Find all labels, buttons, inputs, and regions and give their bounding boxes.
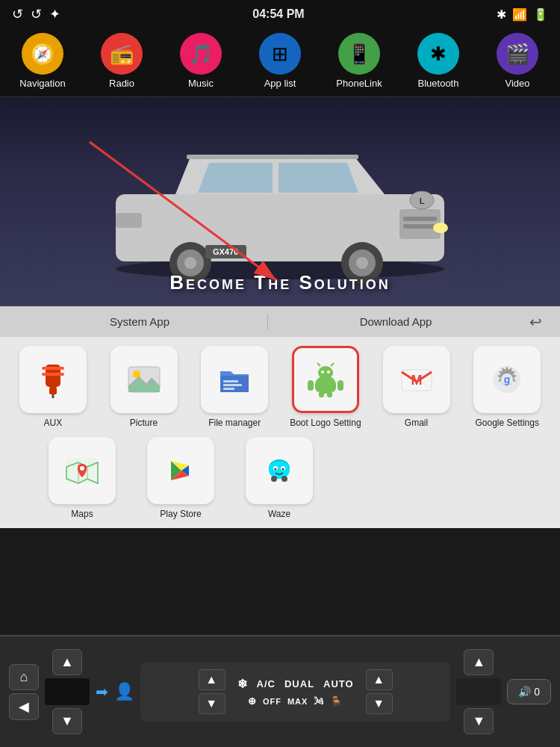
svg-point-58 [281, 476, 287, 482]
nav-item-video[interactable]: 🎬 Video [488, 33, 547, 89]
app-aux[interactable]: AUX [12, 346, 94, 428]
ac-panel: ▲ ▼ ❄ A/C DUAL AUTO ⊕ OFF MAX 🌬 🪑 ▲ ▼ [140, 662, 450, 722]
radio-icon: 📻 [101, 33, 143, 75]
googlesettings-icon: g [473, 346, 541, 413]
right-ctrl-group: ▲ ▼ [456, 649, 501, 734]
filemanager-label: File manager [208, 418, 261, 428]
gmail-label: Gmail [405, 418, 428, 428]
bluetooth-status-icon: ✱ [497, 7, 506, 22]
waze-label: Waze [268, 509, 290, 519]
app-waze[interactable]: Waze [234, 437, 324, 519]
playstore-label: Play Store [160, 509, 201, 519]
airflow-icon: 🌬 [314, 695, 324, 707]
aux-label: AUX [43, 418, 62, 428]
radio-label: Radio [109, 78, 134, 89]
svg-rect-39 [337, 380, 343, 391]
auto-label: AUTO [323, 678, 354, 689]
svg-rect-6 [116, 213, 142, 228]
maps-label: Maps [71, 509, 93, 519]
status-right-icons: ✱ 📶 🔋 [497, 7, 548, 22]
right-down-button[interactable]: ▼ [464, 708, 494, 734]
app-picture[interactable]: Picture [103, 346, 185, 428]
top-nav: 🧭 Navigation 📻 Radio 🎵 Music ⊞ App list … [0, 28, 560, 97]
app-filemanager[interactable]: File manager [193, 346, 276, 428]
svg-text:L: L [420, 196, 425, 205]
up-button[interactable]: ▲ [52, 649, 82, 675]
bottom-controls: ⌂ ◀ ▲ ▼ ➡ 👤 ▲ ▼ ❄ A/C DUAL AUTO ⊕ OFF MA… [0, 635, 560, 747]
right-temp-down[interactable]: ▼ [366, 693, 393, 714]
battery-icon: 🔋 [533, 7, 548, 22]
svg-rect-1 [116, 194, 444, 261]
arrow-indicator: ➡ [96, 683, 108, 701]
app-gmail[interactable]: M Gmail [376, 346, 458, 428]
tab-system-app[interactable]: System App [12, 312, 267, 331]
svg-rect-40 [319, 391, 324, 397]
svg-point-53 [269, 461, 290, 479]
phonelink-icon: 📱 [338, 33, 380, 75]
svg-text:M: M [411, 373, 422, 388]
app-googlesettings[interactable]: g Google Settings [466, 346, 548, 428]
dual-label: DUAL [284, 678, 314, 689]
home-button[interactable]: ⌂ [9, 664, 39, 690]
volume-button[interactable]: 🔊 0 [507, 679, 551, 704]
svg-rect-21 [49, 387, 57, 394]
picture-label: Picture [130, 418, 158, 428]
nav-item-applist[interactable]: ⊞ App list [250, 33, 310, 89]
app-section: System App Download App ↩ AUX [0, 306, 560, 528]
svg-text:g: g [504, 374, 511, 385]
svg-point-56 [275, 468, 277, 471]
svg-text:GX470: GX470 [213, 247, 238, 256]
playstore-icon [147, 437, 214, 504]
brightness-icon: ✦ [49, 6, 60, 22]
right-temp-up[interactable]: ▲ [366, 669, 393, 690]
svg-rect-38 [308, 380, 314, 391]
fan-icon: ⊕ [248, 695, 257, 707]
svg-rect-24 [42, 373, 64, 376]
svg-rect-23 [42, 367, 64, 370]
svg-point-49 [80, 466, 84, 471]
left-temp-down[interactable]: ▼ [199, 693, 225, 714]
video-label: Video [505, 78, 529, 89]
navigation-label: Navigation [19, 78, 65, 89]
nav-item-radio[interactable]: 📻 Radio [92, 33, 152, 89]
waze-icon [246, 437, 313, 504]
right-up-button[interactable]: ▲ [464, 649, 494, 675]
video-icon: 🎬 [497, 33, 538, 75]
googlesettings-label: Google Settings [476, 418, 539, 428]
nav-item-bluetooth[interactable]: ✱ Bluetooth [408, 33, 468, 89]
back-button[interactable]: ◀ [9, 693, 39, 720]
app-maps[interactable]: Maps [37, 437, 127, 519]
svg-point-12 [356, 257, 368, 269]
right-screen [456, 678, 501, 705]
nav-item-phonelink[interactable]: 📱 PhoneLink [329, 33, 389, 89]
bootlogo-icon [292, 346, 359, 413]
screen-display [45, 678, 90, 705]
refresh-button[interactable]: ↩ [523, 313, 548, 331]
aux-icon [19, 346, 87, 413]
reload2-icon: ↺ [31, 6, 42, 22]
status-left-icons: ↺ ↺ ✦ [12, 6, 60, 22]
tab-download-app[interactable]: Download App [268, 312, 523, 331]
seat-heat-icon: 🪑 [330, 695, 343, 707]
svg-rect-3 [403, 217, 437, 221]
svg-rect-32 [315, 380, 336, 392]
music-label: Music [188, 78, 214, 89]
app-grid: AUX Picture [0, 337, 560, 528]
app-bootlogo[interactable]: Boot Logo Setting [284, 346, 367, 428]
svg-rect-28 [223, 380, 238, 382]
nav-up-down-group: ▲ ▼ [45, 649, 90, 734]
nav-item-music[interactable]: 🎵 Music [171, 33, 231, 89]
svg-point-33 [318, 366, 333, 379]
status-time: 04:54 PM [252, 7, 304, 21]
nav-item-navigation[interactable]: 🧭 Navigation [13, 33, 72, 89]
svg-point-34 [321, 371, 324, 374]
left-temp-up[interactable]: ▲ [199, 669, 225, 690]
bluetooth-label: Bluetooth [418, 78, 459, 89]
app-playstore[interactable]: Play Store [136, 437, 225, 519]
person-icon: 👤 [114, 682, 134, 701]
ac-label: A/C [257, 678, 276, 689]
car-image: GX470 L [71, 120, 489, 284]
svg-point-35 [327, 371, 330, 374]
ac-label-icon: ❄ [237, 677, 248, 691]
down-button[interactable]: ▼ [52, 708, 82, 734]
